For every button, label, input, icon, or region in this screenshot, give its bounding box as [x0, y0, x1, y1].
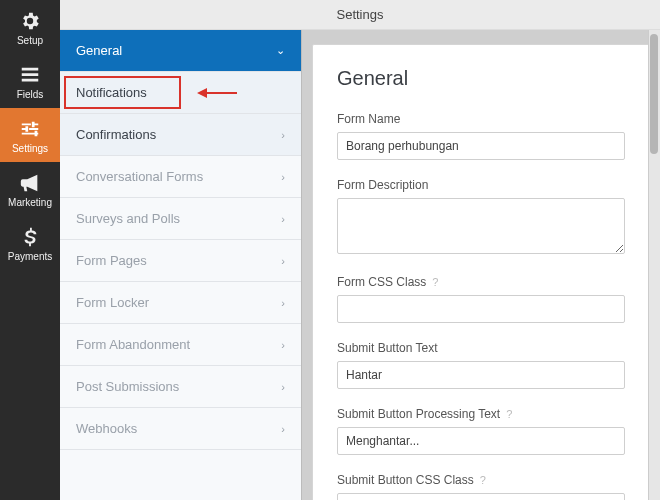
form-heading: General — [337, 67, 625, 90]
settings-item-webhooks[interactable]: Webhooks › — [60, 408, 301, 450]
settings-item-label: Form Locker — [76, 295, 149, 310]
settings-item-label: Confirmations — [76, 127, 156, 142]
field-submit-button-css-class: Submit Button CSS Class ? — [337, 473, 625, 500]
settings-item-label: Surveys and Polls — [76, 211, 180, 226]
form-css-class-input[interactable] — [337, 295, 625, 323]
chevron-right-icon: › — [281, 423, 285, 435]
nav-marketing[interactable]: Marketing — [0, 162, 60, 216]
chevron-right-icon: › — [281, 171, 285, 183]
form-card: General Form Name Form Description Form … — [312, 44, 650, 500]
fields-icon — [19, 64, 41, 86]
chevron-right-icon: › — [281, 255, 285, 267]
nav-label: Marketing — [8, 197, 52, 208]
settings-item-label: Notifications — [76, 85, 147, 100]
help-icon[interactable]: ? — [480, 474, 486, 486]
submit-button-css-class-input[interactable] — [337, 493, 625, 500]
help-icon[interactable]: ? — [506, 408, 512, 420]
settings-item-label: Conversational Forms — [76, 169, 203, 184]
submit-processing-text-label: Submit Button Processing Text — [337, 407, 500, 421]
nav-rail: Setup Fields Settings Marketing Payments — [0, 0, 60, 500]
chevron-down-icon: ⌄ — [276, 44, 285, 57]
form-description-input[interactable] — [337, 198, 625, 254]
field-submit-processing-text: Submit Button Processing Text ? — [337, 407, 625, 455]
settings-header-general[interactable]: General ⌄ — [60, 30, 301, 72]
arrow-left-icon — [197, 86, 237, 100]
chevron-right-icon: › — [281, 297, 285, 309]
dollar-icon — [19, 226, 41, 248]
settings-item-confirmations[interactable]: Confirmations › — [60, 114, 301, 156]
nav-label: Setup — [17, 35, 43, 46]
settings-item-post-submissions[interactable]: Post Submissions › — [60, 366, 301, 408]
field-submit-button-text: Submit Button Text — [337, 341, 625, 389]
topbar: Settings — [60, 0, 660, 30]
chevron-right-icon: › — [281, 213, 285, 225]
nav-fields[interactable]: Fields — [0, 54, 60, 108]
nav-setup[interactable]: Setup — [0, 0, 60, 54]
settings-item-form-abandonment[interactable]: Form Abandonment › — [60, 324, 301, 366]
settings-item-notifications[interactable]: Notifications — [60, 72, 301, 114]
settings-item-label: Webhooks — [76, 421, 137, 436]
scrollbar-thumb[interactable] — [650, 34, 658, 154]
bullhorn-icon — [19, 172, 41, 194]
scrollbar-track[interactable] — [648, 30, 660, 500]
settings-item-label: Form Abandonment — [76, 337, 190, 352]
settings-item-surveys-polls[interactable]: Surveys and Polls › — [60, 198, 301, 240]
settings-item-label: Form Pages — [76, 253, 147, 268]
chevron-right-icon: › — [281, 129, 285, 141]
nav-settings[interactable]: Settings — [0, 108, 60, 162]
form-css-class-label: Form CSS Class — [337, 275, 426, 289]
svg-marker-1 — [197, 88, 207, 98]
field-form-description: Form Description — [337, 178, 625, 257]
chevron-right-icon: › — [281, 381, 285, 393]
form-name-input[interactable] — [337, 132, 625, 160]
settings-header-label: General — [76, 43, 122, 58]
form-name-label: Form Name — [337, 112, 625, 126]
nav-label: Payments — [8, 251, 52, 262]
chevron-right-icon: › — [281, 339, 285, 351]
submit-button-text-input[interactable] — [337, 361, 625, 389]
settings-panel: General ⌄ Notifications Confirmations › … — [60, 30, 302, 500]
page-title: Settings — [337, 7, 384, 22]
submit-processing-text-input[interactable] — [337, 427, 625, 455]
field-form-css-class: Form CSS Class ? — [337, 275, 625, 323]
settings-item-form-locker[interactable]: Form Locker › — [60, 282, 301, 324]
submit-button-css-class-label: Submit Button CSS Class — [337, 473, 474, 487]
submit-button-text-label: Submit Button Text — [337, 341, 625, 355]
sliders-icon — [19, 118, 41, 140]
settings-item-form-pages[interactable]: Form Pages › — [60, 240, 301, 282]
settings-item-conversational-forms[interactable]: Conversational Forms › — [60, 156, 301, 198]
help-icon[interactable]: ? — [432, 276, 438, 288]
nav-label: Fields — [17, 89, 44, 100]
settings-item-label: Post Submissions — [76, 379, 179, 394]
field-form-name: Form Name — [337, 112, 625, 160]
gear-icon — [19, 10, 41, 32]
nav-label: Settings — [12, 143, 48, 154]
form-content: General Form Name Form Description Form … — [302, 30, 660, 500]
form-description-label: Form Description — [337, 178, 625, 192]
nav-payments[interactable]: Payments — [0, 216, 60, 270]
